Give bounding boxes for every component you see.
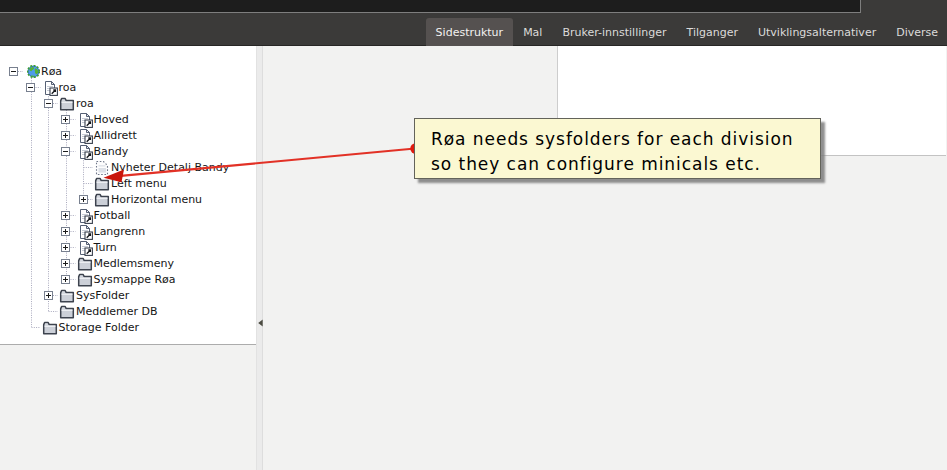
browser-chrome-bar [0, 0, 861, 13]
tab-tilganger[interactable]: Tilganger [677, 18, 748, 46]
expand-icon[interactable] [44, 291, 53, 300]
tree-item-allidrett[interactable]: Allidrett [0, 127, 256, 143]
page-link-icon [77, 128, 93, 144]
expand-icon[interactable] [61, 275, 70, 284]
tree-item-label: Meddlemer DB [76, 305, 158, 318]
folder-icon [94, 177, 110, 191]
annotation-note: Røa needs sysfolders for each division s… [414, 118, 821, 179]
page-link-icon [77, 240, 93, 256]
tree-panel: RøaroaroaHovedAllidrettBandyNyheter Deta… [0, 46, 256, 345]
folder-icon [94, 193, 110, 207]
tab-sidestruktur[interactable]: Sidestruktur [426, 18, 514, 46]
folder-icon [77, 273, 93, 287]
tab-bar: SidestrukturMalBruker-innstillingerTilga… [0, 18, 947, 46]
tree-item-roa[interactable]: roa [0, 79, 256, 95]
globe-icon [27, 65, 40, 78]
tree-item-storage-folder[interactable]: Storage Folder [0, 319, 256, 335]
tree-item-label: roa [59, 81, 77, 94]
page-link-icon [77, 224, 93, 240]
tree-item-label: Storage Folder [59, 321, 140, 334]
page-link-icon [77, 208, 93, 224]
tree-item-left-menu[interactable]: Left menu [0, 175, 256, 191]
folder-icon [42, 321, 58, 335]
tree-item-bandy[interactable]: Bandy [0, 143, 256, 159]
tree-item-label: SysFolder [76, 289, 129, 302]
tree-item-turn[interactable]: Turn [0, 239, 256, 255]
expand-icon[interactable] [61, 259, 70, 268]
site-tree: RøaroaroaHovedAllidrettBandyNyheter Deta… [0, 46, 256, 344]
tab-mal[interactable]: Mal [513, 18, 552, 46]
note-line-1: Røa needs sysfolders for each division [431, 127, 820, 152]
tree-item-label: Medlemsmeny [94, 257, 174, 270]
tree-item-label: Sysmappe Røa [94, 273, 176, 286]
tree-item-label: Nyheter Detalj Bandy [111, 161, 229, 174]
tree-item-horizontal-menu[interactable]: Horizontal menu [0, 191, 256, 207]
page-link-icon [77, 112, 93, 128]
page-ghost-icon [94, 160, 110, 176]
tree-item-roa[interactable]: roa [0, 95, 256, 111]
expand-icon[interactable] [79, 195, 88, 204]
collapse-icon[interactable] [61, 147, 70, 156]
tree-item-nyheter-detalj-bandy[interactable]: Nyheter Detalj Bandy [0, 159, 256, 175]
folder-icon [59, 305, 75, 319]
folder-icon [59, 289, 75, 303]
tab-utviklingsalternativer[interactable]: Utviklingsalternativer [748, 18, 886, 46]
tree-item-langrenn[interactable]: Langrenn [0, 223, 256, 239]
content-area [263, 46, 947, 470]
tree-item-r-a[interactable]: Røa [0, 63, 256, 79]
collapse-icon[interactable] [9, 67, 18, 76]
expand-icon[interactable] [61, 115, 70, 124]
folder-icon [77, 257, 93, 271]
tree-item-medlemsmeny[interactable]: Medlemsmeny [0, 255, 256, 271]
expand-icon[interactable] [61, 243, 70, 252]
expand-icon[interactable] [61, 227, 70, 236]
collapse-icon[interactable] [44, 99, 53, 108]
note-line-2: so they can configure minicals etc. [431, 152, 820, 177]
tree-item-label: Bandy [94, 145, 129, 158]
main-area: RøaroaroaHovedAllidrettBandyNyheter Deta… [0, 46, 947, 470]
page-link-icon [42, 80, 58, 96]
folder-icon [59, 97, 75, 111]
tree-item-label: Langrenn [94, 225, 146, 238]
tree-item-label: Røa [41, 65, 62, 78]
tree-item-sysmappe-r-a[interactable]: Sysmappe Røa [0, 271, 256, 287]
tree-item-label: Hoved [94, 113, 129, 126]
expand-icon[interactable] [61, 211, 70, 220]
tab-diverse[interactable]: Diverse [886, 18, 947, 46]
tree-item-label: Horizontal menu [111, 193, 202, 206]
tree-item-hoved[interactable]: Hoved [0, 111, 256, 127]
tree-item-label: Left menu [111, 177, 167, 190]
tree-item-label: roa [76, 97, 94, 110]
top-chrome: SidestrukturMalBruker-innstillingerTilga… [0, 0, 947, 46]
page-link-icon [77, 144, 93, 160]
tree-item-fotball[interactable]: Fotball [0, 207, 256, 223]
tab-bruker-innstillinger[interactable]: Bruker-innstillinger [552, 18, 676, 46]
collapse-icon[interactable] [26, 83, 35, 92]
tree-item-sysfolder[interactable]: SysFolder [0, 287, 256, 303]
tree-item-label: Fotball [94, 209, 131, 222]
expand-icon[interactable] [61, 131, 70, 140]
tree-item-label: Turn [94, 241, 117, 254]
tree-item-label: Allidrett [94, 129, 137, 142]
tree-item-meddlemer-db[interactable]: Meddlemer DB [0, 303, 256, 319]
panel-splitter[interactable] [256, 46, 263, 470]
